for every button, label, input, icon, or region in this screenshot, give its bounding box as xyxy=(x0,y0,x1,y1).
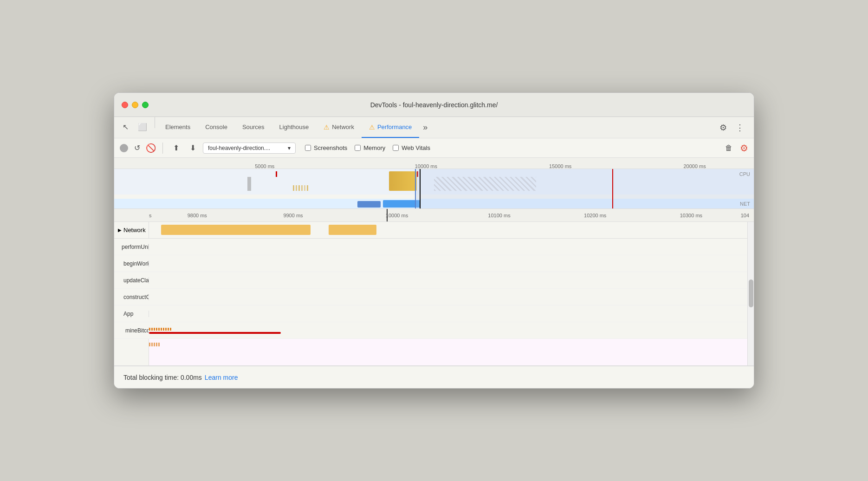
clear-button[interactable]: 🗑 xyxy=(722,142,735,155)
learn-more-link[interactable]: Learn more xyxy=(205,374,238,381)
reload-icon: ↺ xyxy=(134,143,140,152)
net-label: NET xyxy=(740,201,750,207)
detail-mark-9900: 9900 ms xyxy=(283,213,303,218)
flame-row-beginWork: beginWork xyxy=(114,255,747,272)
web-vitals-checkbox[interactable] xyxy=(393,145,399,151)
tab-console-label: Console xyxy=(205,124,227,130)
download-icon: ⬇ xyxy=(190,143,196,152)
tab-settings-area: ⚙ ⋮ xyxy=(713,117,750,138)
inspect-tool[interactable]: ⬜ xyxy=(133,117,152,138)
titlebar: DevTools - foul-heavenly-direction.glitc… xyxy=(114,93,754,117)
web-vitals-checkbox-item[interactable]: Web Vitals xyxy=(393,144,430,151)
stop-icon: 🚫 xyxy=(146,143,156,153)
network-warning-icon: ⚠ xyxy=(324,124,330,131)
tab-sources-label: Sources xyxy=(242,124,265,130)
status-text: Total blocking time: 0.00ms xyxy=(123,374,202,381)
empty-label xyxy=(114,339,149,365)
stop-button[interactable]: 🚫 xyxy=(146,143,156,153)
status-bar: Total blocking time: 0.00ms Learn more xyxy=(114,366,754,388)
network-row[interactable]: ▶ Network xyxy=(114,222,747,239)
flame-row-constructClassInstance: constructClassInstance xyxy=(114,289,747,306)
red-marker xyxy=(612,169,613,209)
tab-performance[interactable]: ⚠ Performance xyxy=(362,117,419,138)
upload-icon: ⬆ xyxy=(173,143,179,152)
label-App: App xyxy=(114,311,149,317)
ruler-mark-15000: 15000 ms xyxy=(549,163,571,169)
detail-ruler-content: s 9800 ms 9900 ms 10000 ms 10100 ms 1020… xyxy=(114,209,754,221)
tab-network[interactable]: ⚠ Network xyxy=(316,117,362,138)
label-beginWork: beginWork xyxy=(114,260,149,267)
tab-sources[interactable]: Sources xyxy=(235,117,272,138)
scrollbar-thumb[interactable] xyxy=(749,280,753,307)
detail-mark-10200: 10200 ms xyxy=(584,213,606,218)
pointer-tool[interactable]: ↖ xyxy=(118,117,133,138)
sep2 xyxy=(162,143,163,154)
orange-ticks-2 xyxy=(149,343,747,346)
sep1 xyxy=(155,117,155,128)
url-selector[interactable]: foul-heavenly-direction.... ▾ xyxy=(203,143,296,154)
upload-button[interactable]: ⬆ xyxy=(169,142,182,155)
memory-checkbox-item[interactable]: Memory xyxy=(355,144,385,151)
tabbar: ↖ ⬜ Elements Console Sources Lighthouse … xyxy=(114,117,754,138)
small-cpu-ticks xyxy=(293,185,358,191)
time-cursor xyxy=(420,169,421,209)
network-block-2[interactable] xyxy=(329,225,376,235)
detail-mark-104: 104 xyxy=(741,213,749,218)
more-options-icon[interactable]: ⋮ xyxy=(733,121,746,134)
tab-lighthouse-label: Lighthouse xyxy=(279,124,309,130)
screenshots-checkbox-item[interactable]: Screenshots xyxy=(305,144,347,151)
close-button[interactable] xyxy=(122,102,128,108)
network-row-label: ▶ Network xyxy=(114,222,149,238)
flame-rows-container[interactable]: performUnitOfWork beginWork xyxy=(114,239,747,365)
memory-checkbox[interactable] xyxy=(355,145,361,151)
detail-mark-9800: 9800 ms xyxy=(188,213,207,218)
tab-performance-label: Performance xyxy=(377,124,412,130)
pointer-icon: ↖ xyxy=(123,123,129,131)
detail-mark-10300: 10300 ms xyxy=(680,213,702,218)
tab-lighthouse[interactable]: Lighthouse xyxy=(272,117,317,138)
timeline-ruler: 5000 ms 10000 ms 15000 ms 20000 ms xyxy=(114,158,754,169)
screenshots-checkbox[interactable] xyxy=(305,145,311,151)
detail-mark-start: s xyxy=(149,213,152,218)
label-updateClassComponent: updateClassComponent xyxy=(114,277,149,284)
performance-settings-icon[interactable]: ⚙ xyxy=(740,143,748,154)
detail-ruler: s 9800 ms 9900 ms 10000 ms 10100 ms 1020… xyxy=(114,209,754,222)
mine-bitcoin-block-1-selected[interactable]: mineBitcoin xyxy=(149,332,281,334)
record-button[interactable] xyxy=(120,144,128,152)
devtools-window: DevTools - foul-heavenly-direction.glitc… xyxy=(114,92,754,389)
flame-row-performUnitOfWork: performUnitOfWork xyxy=(114,239,747,255)
checkbox-group: Screenshots Memory Web Vitals xyxy=(305,144,430,151)
selected-region[interactable] xyxy=(415,169,754,209)
flame-row-updateClassComponent: updateClassComponent xyxy=(114,272,747,289)
timeline-content: CPU NET xyxy=(114,169,754,209)
flame-row-App: App xyxy=(114,306,747,322)
network-block-1[interactable] xyxy=(161,225,311,235)
performance-warning-icon: ⚠ xyxy=(369,124,375,131)
scrollbar[interactable] xyxy=(747,222,754,365)
maximize-button[interactable] xyxy=(142,102,149,108)
minimize-button[interactable] xyxy=(132,102,138,108)
empty-content xyxy=(149,339,747,365)
settings-icon[interactable]: ⚙ xyxy=(717,121,730,134)
tab-spacer xyxy=(431,117,713,138)
tab-console[interactable]: Console xyxy=(198,117,235,138)
inspect-icon: ⬜ xyxy=(138,123,147,131)
detail-mark-10100: 10100 ms xyxy=(488,213,510,218)
ruler-mark-5000: 5000 ms xyxy=(255,163,274,169)
more-tabs-button[interactable]: » xyxy=(419,117,431,138)
tab-elements[interactable]: Elements xyxy=(158,117,198,138)
label-performUnitOfWork: performUnitOfWork xyxy=(114,244,149,250)
flame-row-empty xyxy=(114,339,747,365)
network-section-label: Network xyxy=(123,227,146,234)
flame-row-mineBitcoin: mineBitcoin mineBitcoin mineBitcoin xyxy=(114,322,747,339)
tab-network-label: Network xyxy=(332,124,354,130)
label-constructClassInstance: constructClassInstance xyxy=(114,294,149,300)
window-title: DevTools - foul-heavenly-direction.glitc… xyxy=(370,101,498,109)
timeline-overview[interactable]: 5000 ms 10000 ms 15000 ms 20000 ms xyxy=(114,158,754,209)
url-text: foul-heavenly-direction.... xyxy=(208,145,270,151)
main-panel: ▶ Network performUnitOfWork xyxy=(114,222,754,366)
cpu-label: CPU xyxy=(739,171,750,177)
reload-button[interactable]: ↺ xyxy=(132,143,142,153)
download-button[interactable]: ⬇ xyxy=(186,142,199,155)
network-expand-icon[interactable]: ▶ xyxy=(118,228,122,233)
